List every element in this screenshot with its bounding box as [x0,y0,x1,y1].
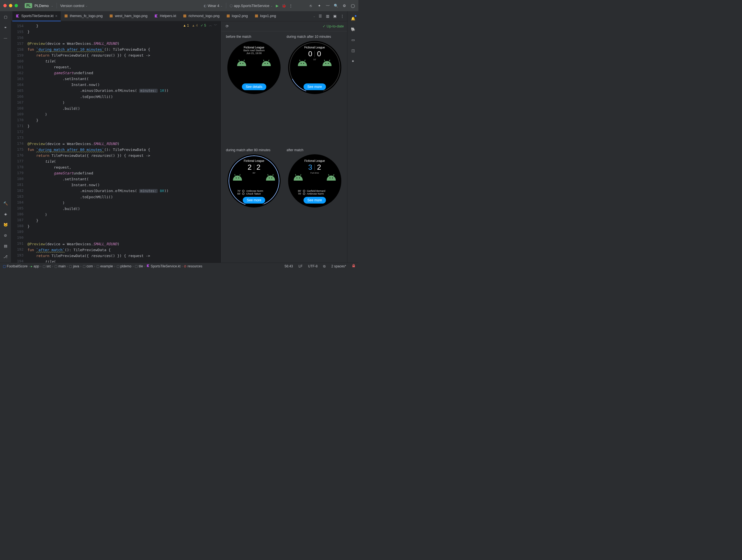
svg-rect-3 [227,14,230,17]
maximize-window-icon[interactable] [14,4,18,7]
preview-grid: before the match Fictional League Back r… [221,31,347,263]
close-window-icon[interactable] [3,4,7,7]
image-file-icon [109,14,113,18]
editor-tabs: SportsTileService.kt × themes_fc_logo.pn… [11,11,347,21]
tab-label: Helpers.kt [160,14,176,18]
editor-more-icon[interactable]: ⋮ [340,14,344,18]
tab-themes-fc-logo[interactable]: themes_fc_logo.png [61,11,106,21]
run-config-selector[interactable]: ⬡ app.SportsTileService ⌄ [229,4,273,8]
editor-view-list-icon[interactable]: ☰ [318,14,323,18]
image-file-icon [183,14,187,18]
device-selector[interactable]: ◐ Wear 4 ⌄ [204,4,223,8]
run-icon[interactable]: ▶ [275,3,279,8]
status-bar: ▢ FootballScore › ▸ app › ▢ src › ▢ main… [0,263,358,269]
vcs-dropdown[interactable]: Version control ⌄ [60,4,88,8]
settings-icon[interactable]: ⚙ [342,3,347,8]
debug-icon[interactable]: 🐞 [282,3,286,8]
line-gutter: 154 155 156 157 158 159 160 161 162 163 … [11,21,28,263]
image-file-icon [226,14,230,18]
tab-logo2[interactable]: logo2.png [223,11,251,21]
window-controls[interactable] [3,4,18,7]
tab-west-ham-logo[interactable]: west_ham_logo.png [106,11,151,21]
terminal-icon[interactable]: ▤ [3,243,8,249]
tab-label: themes_fc_logo.png [70,14,103,18]
preview-status: ✓ Up-to-date [323,24,344,28]
readonly-toggle-icon[interactable]: ⧉ [323,264,326,268]
logcat-icon[interactable]: 🐱 [3,222,8,227]
tab-sportstileservice[interactable]: SportsTileService.kt × [12,11,61,21]
image-file-icon [64,14,68,18]
svg-rect-1 [110,14,113,17]
tab-helpers[interactable]: Helpers.kt [151,11,180,21]
kotlin-file-icon [154,14,158,18]
tab-label: richmond_logo.png [189,14,219,18]
right-tool-rail: 🔔 🐘 ▭ ◫ ✦ [347,11,358,263]
caret-position[interactable]: 56:43 [284,264,293,268]
tab-richmond-logo[interactable]: richmond_logo.png [179,11,223,21]
emulator-icon[interactable]: ◫ [350,48,356,53]
notifications-icon[interactable]: 🔔 [350,16,356,21]
warning-indicator[interactable]: ▲ 1 [183,23,189,28]
problems-icon[interactable]: ⊘ [3,233,8,238]
image-file-icon [255,14,258,18]
ai-assistant-icon[interactable]: ✦ [350,58,356,64]
preview-during-match-after-10-minutes[interactable]: during match after 10 minutes Fictional … [285,35,344,146]
ok-indicator[interactable]: ✓ 5 [201,23,206,28]
indent-settings[interactable]: 2 spaces* [331,264,346,268]
title-bar: PL PLDemo ⌄ Version control ⌄ ◐ Wear 4 ⌄… [0,0,358,11]
tab-label: logo1.png [260,14,276,18]
more-icon[interactable]: ⋮ [288,3,293,8]
project-tool-icon[interactable]: ▢ [3,14,8,19]
tab-label: west_ham_logo.png [115,14,147,18]
vcs-tool-icon[interactable]: ⎇ [3,254,8,259]
inspection-widget[interactable]: ▲ 1 ▲ 4 ✓ 5 ︿﹀ [183,23,217,28]
preview-refresh-icon[interactable]: ⟳ [225,24,229,29]
inspection-nav[interactable]: ︿﹀ [209,23,217,28]
line-ending[interactable]: LF [299,264,302,268]
minimize-window-icon[interactable] [9,4,12,7]
svg-rect-2 [183,14,187,17]
kotlin-file-icon [16,14,19,18]
bookmarks-icon[interactable]: ◈ [3,211,8,217]
preview-after-match[interactable]: after match Fictional League 32Full-time… [285,148,344,259]
close-icon[interactable]: × [55,14,57,18]
tab-logo1[interactable]: logo1.png [251,11,279,21]
tab-label: logo2.png [232,14,248,18]
weak-warning-indicator[interactable]: ▲ 4 [192,23,198,28]
breadcrumbs[interactable]: ▢ FootballScore › ▸ app › ▢ src › ▢ main… [3,264,203,268]
left-tool-rail: ▢ ⚭ ⋯ 🔨 ◈ 🐱 ⊘ ▤ ⎇ [0,11,11,263]
device-manager-icon[interactable]: ▭ [350,37,356,43]
file-encoding[interactable]: UTF-8 [308,264,318,268]
project-badge: PL [24,3,32,8]
account-icon[interactable]: ◯ [351,3,355,8]
svg-rect-4 [255,14,258,17]
chevron-down-icon[interactable]: ⌄ [51,4,53,7]
search-icon[interactable]: 🔍 [334,3,338,8]
build-tool-icon[interactable]: 🔨 [3,201,8,206]
preview-during-match-after-80-minutes[interactable]: during match after 80 minutes Fictional … [225,148,283,259]
profiler-icon[interactable]: 〰 [325,3,330,8]
svg-rect-0 [65,14,68,17]
preview-before-the-match[interactable]: before the match Fictional League Back r… [225,35,283,146]
project-name[interactable]: PLDemo [35,4,49,8]
code-editor[interactable]: 154 155 156 157 158 159 160 161 162 163 … [11,21,221,263]
gradle-icon[interactable]: 🐘 [350,26,356,32]
preview-pane: ⟳ ✓ Up-to-date before the match Fictiona… [221,21,347,263]
more-tools-icon[interactable]: ⋯ [3,35,8,41]
editor-view-preview-icon[interactable]: ▣ [333,14,337,18]
editor-view-split-icon[interactable]: ▥ [325,14,330,18]
status-lock-icon[interactable] [352,264,356,268]
code-with-me-icon[interactable]: ⎋ [309,3,313,8]
tab-overflow-icon[interactable]: ⌄ [313,14,315,18]
tab-label: SportsTileService.kt [21,14,53,18]
code-content[interactable]: } } @Preview(device = WearDevices.SMALL_… [28,21,221,263]
bug-report-icon[interactable]: ✦ [317,3,321,8]
structure-tool-icon[interactable]: ⚭ [3,24,8,30]
